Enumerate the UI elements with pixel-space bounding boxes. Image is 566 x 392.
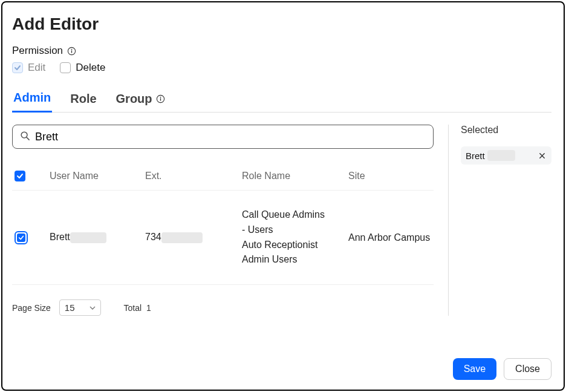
cell-role: Call Queue Admins - Users Auto Reception… [242,207,348,267]
delete-checkbox-group: Delete [60,62,105,74]
tab-admin[interactable]: Admin [12,87,52,113]
table-header: User Name Ext. Role Name Site [12,171,434,191]
close-button[interactable]: Close [504,358,551,380]
column-site: Site [348,171,431,181]
chevron-down-icon [89,302,96,313]
save-button[interactable]: Save [453,358,496,380]
tab-bar: Admin Role Group [12,87,551,113]
cell-username-text: Brett [50,232,70,242]
dialog-title: Add Editor [12,15,551,34]
chip-label: Brett [466,151,485,161]
add-editor-dialog: Add Editor Permission Edit Delete Admin … [1,1,565,391]
tab-group[interactable]: Group [115,88,167,112]
role-line: - Users [242,223,348,238]
cell-ext-text: 734 [145,232,161,242]
column-username: User Name [50,171,145,181]
svg-rect-5 [160,98,161,100]
total-label-text: Total [124,303,142,313]
svg-rect-2 [71,50,71,53]
column-role: Role Name [242,171,348,181]
page-size-label: Page Size [12,303,51,313]
svg-line-7 [27,137,29,139]
search-field[interactable] [12,125,434,149]
left-column: User Name Ext. Role Name Site Brett [12,125,449,316]
cell-username: Brett [50,232,145,243]
selected-chip: Brett [461,146,551,165]
table-row[interactable]: Brett 734 Call Queue Admins - Users Auto… [12,191,434,285]
permission-label: Permission [12,45,63,57]
tab-group-label: Group [116,92,152,106]
select-all-checkbox[interactable] [15,171,25,181]
column-ext: Ext. [145,171,242,181]
permission-row: Permission [12,45,551,57]
tab-role-label: Role [70,92,96,106]
pager: Page Size 15 Total 1 [12,299,434,316]
tab-admin-label: Admin [13,91,51,105]
dialog-footer: Save Close [453,358,551,380]
edit-checkbox [12,62,23,73]
info-icon[interactable] [156,94,166,104]
info-icon[interactable] [67,46,76,56]
redacted-block [70,232,106,243]
search-icon [20,131,30,143]
role-line: Admin Users [242,252,348,267]
svg-point-4 [160,97,161,98]
role-line: Call Queue Admins [242,207,348,223]
close-icon[interactable] [537,151,547,160]
permission-checkboxes: Edit Delete [12,62,551,74]
total-value: 1 [146,303,151,313]
row-checkbox[interactable] [15,231,28,244]
cell-ext: 734 [145,232,242,243]
role-line: Auto Receptionist [242,238,348,253]
total-label: Total 1 [124,303,151,313]
redacted-block [161,232,203,243]
page-size-value: 15 [65,302,75,313]
edit-checkbox-label: Edit [28,62,45,74]
cell-site: Ann Arbor Campus [348,232,431,243]
svg-point-1 [71,48,72,50]
delete-checkbox-label: Delete [76,62,105,74]
selected-title: Selected [461,125,551,136]
page-size-select[interactable]: 15 [59,299,101,316]
selected-panel: Selected Brett [449,125,551,316]
body: User Name Ext. Role Name Site Brett [12,125,551,316]
edit-checkbox-group: Edit [12,62,45,74]
redacted-block [487,150,515,161]
tab-role[interactable]: Role [69,88,97,112]
search-input[interactable] [35,131,426,143]
delete-checkbox[interactable] [60,62,71,73]
